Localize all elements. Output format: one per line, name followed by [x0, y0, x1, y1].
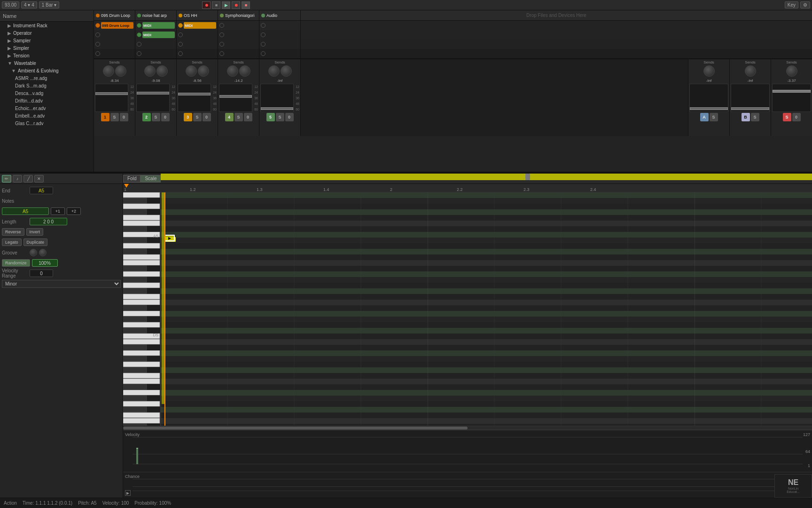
track-mute-master[interactable]: 0: [792, 113, 801, 121]
clip-play-5b[interactable]: [261, 32, 265, 37]
record-button[interactable]: ⏺: [202, 1, 211, 9]
randomize-button[interactable]: Randomize: [2, 259, 30, 267]
browser-item-embell[interactable]: Embell...e.adv: [0, 112, 94, 119]
loop-region[interactable]: [161, 174, 812, 180]
clip-play-3[interactable]: [178, 23, 183, 28]
fader-delay[interactable]: [731, 84, 770, 112]
send-knob-3a[interactable]: [186, 65, 197, 77]
browser-item-driftin[interactable]: Driftin...d.adv: [0, 97, 94, 104]
clip2-2[interactable]: MIDI: [142, 32, 175, 38]
pr-note-icon[interactable]: ♪: [13, 175, 22, 183]
browser-item-ambient[interactable]: ▼ Ambient & Evolving: [0, 67, 94, 74]
browser-item-simpler[interactable]: ▶ Simpler: [0, 44, 94, 52]
clip-play-3b[interactable]: [178, 32, 183, 37]
loop-end-handle[interactable]: [525, 174, 530, 180]
clip2-1[interactable]: MIDI: [142, 22, 175, 29]
browser-item-glass[interactable]: Glas C...r.adv: [0, 119, 94, 127]
stop-button[interactable]: ■: [212, 1, 220, 9]
fader-handle-4[interactable]: [219, 95, 252, 98]
clip-empty[interactable]: [95, 51, 100, 56]
track-s-badge-4[interactable]: S: [234, 113, 243, 121]
clip-empty[interactable]: [137, 51, 141, 56]
clip-play-1[interactable]: [95, 23, 100, 28]
track-num-badge-4[interactable]: 4: [225, 113, 234, 121]
track-s-badge-1[interactable]: S: [110, 113, 119, 121]
clip-play-2b[interactable]: [137, 32, 141, 37]
vel-range-value[interactable]: 0: [30, 270, 53, 277]
send-knob-rev[interactable]: [703, 65, 715, 77]
browser-item-sampler[interactable]: ▶ Sampler: [0, 37, 94, 44]
send-knob-5a[interactable]: [268, 65, 280, 77]
track3-activator[interactable]: [179, 14, 182, 17]
pr-cursor-note[interactable]: ▶: [164, 235, 175, 241]
fader-handle-1[interactable]: [95, 92, 128, 95]
track4-activator[interactable]: [220, 14, 224, 17]
browser-item-tension[interactable]: ▶ Tension: [0, 52, 94, 59]
fader-1[interactable]: [95, 84, 128, 112]
pr-horizontal-scrollbar[interactable]: [123, 426, 812, 429]
track-a-badge[interactable]: A: [700, 113, 709, 121]
fader-rev[interactable]: [689, 84, 728, 112]
fader-handle-5[interactable]: [261, 107, 293, 110]
browser-item-operator[interactable]: ▶ Operator: [0, 29, 94, 37]
note-toggle-1[interactable]: +1: [51, 207, 65, 215]
browser-item-dark[interactable]: Dark S...m.adg: [0, 82, 94, 89]
groove-knob[interactable]: [30, 249, 37, 256]
fader-handle-master[interactable]: [773, 90, 811, 93]
clip1-1[interactable]: 095 Drum Loop: [101, 22, 133, 29]
clip-play-5[interactable]: [261, 23, 265, 28]
pr-note-grid[interactable]: ▶: [161, 192, 812, 426]
duplicate-button[interactable]: Duplicate: [23, 238, 48, 246]
fader-4[interactable]: [219, 84, 252, 112]
time-sig-display[interactable]: 4 ▾ 4: [21, 1, 37, 8]
record2-button[interactable]: ⏺: [232, 1, 240, 9]
send-knob-4b[interactable]: [239, 65, 250, 77]
fader-5[interactable]: [260, 84, 294, 112]
browser-item-instrument-rack[interactable]: ▶ Instrument Rack: [0, 22, 94, 29]
browser-item-desc[interactable]: Desca...v.adg: [0, 89, 94, 97]
pr-close-btn[interactable]: ✕: [34, 175, 44, 183]
scale-selector[interactable]: Minor Major Dorian Phrygian: [2, 280, 121, 288]
fader-3[interactable]: [178, 84, 211, 112]
send-knob-2b[interactable]: [156, 65, 168, 77]
browser-item-asmr[interactable]: ASMR ...re.adg: [0, 74, 94, 82]
pr-ruler[interactable]: 1 1.2 1.3 1.4 2 2.2 2.3 2.4: [123, 184, 812, 192]
track1-name[interactable]: 095 Drum Loop: [101, 13, 130, 18]
invert-button[interactable]: Invert: [26, 228, 44, 236]
track-num-badge-5[interactable]: 5: [266, 113, 275, 121]
clip-play-4[interactable]: [219, 23, 224, 28]
clip-empty[interactable]: [261, 42, 265, 47]
bar-display[interactable]: 1 Bar ▾: [39, 1, 60, 8]
length-value[interactable]: 2 0 0: [30, 218, 67, 225]
fader-master[interactable]: [772, 84, 811, 112]
track-m-badge[interactable]: S: [783, 113, 791, 121]
legato-button[interactable]: Legato: [2, 238, 22, 246]
stop2-button[interactable]: ■: [242, 1, 250, 9]
fader-handle-2[interactable]: [137, 92, 169, 95]
clip-empty[interactable]: [137, 42, 141, 47]
clip-empty[interactable]: [178, 51, 183, 56]
clip-empty[interactable]: [219, 42, 224, 47]
track-s-badge-2[interactable]: S: [152, 113, 160, 121]
track1-activator[interactable]: [96, 14, 100, 17]
track-b-badge[interactable]: B: [742, 113, 750, 121]
drop-area[interactable]: Drop Files and Devices Here: [301, 10, 812, 20]
clip-empty[interactable]: [95, 42, 100, 47]
reverse-button[interactable]: Reverse: [2, 228, 24, 236]
chance-play-btn[interactable]: ▶: [125, 490, 131, 496]
send-knob-master[interactable]: [786, 65, 797, 77]
scale-button[interactable]: Scale: [141, 175, 161, 183]
clip-play-1b[interactable]: [95, 32, 100, 37]
send-knob-2a[interactable]: [144, 65, 156, 77]
browser-item-wavetable[interactable]: ▼ Wavetable: [0, 59, 94, 67]
fader-handle-3[interactable]: [178, 93, 211, 95]
randomize-value[interactable]: 100%: [32, 259, 58, 267]
track-s-badge-5[interactable]: S: [276, 113, 284, 121]
clip3-1[interactable]: MIDI: [184, 22, 216, 29]
track-mute-badge-5[interactable]: 0: [285, 113, 294, 121]
track5-name[interactable]: Audio: [266, 13, 277, 18]
browser-item-echoic[interactable]: Echoic...er.adv: [0, 104, 94, 112]
track4-name[interactable]: SymphoniaIgori: [225, 13, 255, 18]
send-knob-1a[interactable]: [103, 65, 114, 77]
pr-pencil-tool[interactable]: ✏: [2, 175, 11, 183]
